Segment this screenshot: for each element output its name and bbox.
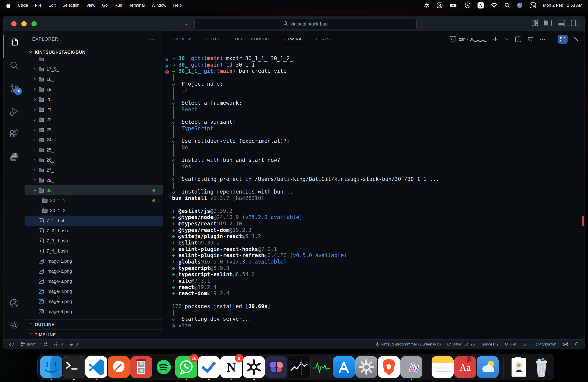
apple-icon[interactable] [5, 2, 14, 8]
control-center-icon[interactable] [530, 2, 536, 8]
launch-profile-icon[interactable] [504, 37, 509, 41]
menu-code[interactable]: Code [14, 3, 31, 8]
dock-dictionary-icon[interactable]: Aa [454, 356, 476, 378]
tree-item-26_[interactable]: 26_ [25, 155, 163, 165]
close-panel-icon[interactable] [573, 37, 579, 42]
menu-edit[interactable]: Edit [45, 3, 59, 8]
maximize-panel-icon[interactable] [558, 35, 567, 44]
kill-terminal-icon[interactable] [527, 36, 533, 42]
tree-item-7_4_.bash[interactable]: 7_4_.bash [25, 246, 163, 256]
status-utf-8[interactable]: UTF-8 [502, 340, 519, 349]
activity-search-icon[interactable] [3, 54, 25, 77]
tab-problems[interactable]: PROBLEMS [171, 31, 194, 47]
tree-item-17_5_[interactable]: 17_5_ [25, 64, 163, 74]
more-actions-icon[interactable]: ⋯ [149, 36, 156, 43]
tab-terminal[interactable]: TERMINAL [283, 31, 304, 47]
dock-whatsapp-icon[interactable]: 16 [175, 356, 197, 378]
status-branch[interactable]: main* [18, 340, 40, 349]
siri-icon[interactable] [517, 2, 523, 8]
tree-item-image-4.png[interactable]: image-4.png [25, 286, 163, 296]
customize-layout-icon[interactable] [531, 20, 539, 26]
tree-item-30_1_1_[interactable]: 30_1_1_ [25, 195, 163, 205]
dock-finder-icon[interactable] [40, 356, 62, 378]
dock-postman-icon[interactable] [108, 356, 130, 378]
dock-brave-icon[interactable] [378, 356, 400, 378]
menu-view[interactable]: View [83, 3, 99, 8]
toggle-panel-icon[interactable] [557, 20, 565, 26]
status-copilot-disabled[interactable] [560, 340, 571, 349]
status-remote[interactable] [6, 340, 18, 349]
more-actions-icon[interactable] [539, 38, 546, 40]
battery-icon[interactable] [449, 2, 458, 8]
tree-item[interactable] [25, 317, 163, 319]
status-sync[interactable] [40, 340, 51, 349]
section-outline[interactable]: OUTLINE [25, 319, 163, 329]
menu-terminal[interactable]: Terminal [126, 3, 148, 8]
status-spaces-2[interactable]: Spaces: 2 [478, 340, 502, 349]
status-markdown[interactable]: { } Markdown [530, 340, 560, 349]
wifi-icon[interactable] [491, 2, 498, 8]
activity-explorer-icon[interactable] [3, 31, 25, 54]
zoom-window-button[interactable] [31, 21, 37, 26]
tree-item-30_1_2_[interactable]: 30_1_2_ [25, 205, 163, 216]
dock-arc-icon[interactable]: Av [400, 356, 422, 378]
terminal-list-item[interactable]: zsh - 30_1_1_ [450, 36, 486, 43]
menu-selection[interactable]: Selection [59, 3, 83, 8]
dock-butterfly-icon[interactable] [265, 356, 287, 378]
nav-forward-icon[interactable]: → [182, 20, 189, 28]
dock-chatgpt-icon[interactable] [243, 356, 265, 378]
dock-system-settings-icon[interactable] [355, 356, 377, 378]
close-window-button[interactable] [11, 21, 17, 26]
section-timeline[interactable]: TIMELINE [25, 329, 163, 340]
menu-go[interactable]: Go [99, 3, 111, 8]
status-commit[interactable]: kintsugi-programmer (1 week ago) [372, 340, 444, 349]
activity-account-icon[interactable] [3, 292, 25, 314]
tree-item-image-5.png[interactable]: image-5.png [25, 296, 163, 306]
activity-source-control-icon[interactable]: 16 [3, 77, 25, 100]
tree-item-7_1_.bat[interactable]: 7_1_.bat [25, 216, 163, 226]
terminal-scrollbar-mark[interactable] [582, 216, 584, 226]
dock-app-store-icon[interactable] [333, 356, 355, 378]
dock-terminal-icon[interactable] [63, 356, 85, 378]
tree-item-21_[interactable]: 21_ [25, 104, 163, 115]
tab-debug-console[interactable]: DEBUG CONSOLE [235, 31, 271, 47]
notion-icon[interactable]: N [437, 2, 443, 8]
tree-item-image-1.png[interactable]: image-1.png [25, 256, 163, 266]
activity-extensions-icon[interactable] [3, 123, 25, 146]
new-terminal-icon[interactable] [492, 36, 498, 42]
dock-notes-icon[interactable] [432, 356, 454, 378]
activity-run-debug-icon[interactable] [3, 100, 25, 123]
tree-item-30_[interactable]: 30_ [25, 185, 163, 195]
tab-ports[interactable]: PORTS [316, 31, 330, 47]
nav-back-icon[interactable]: ← [169, 20, 176, 28]
tree-item-7_3_.bash[interactable]: 7_3_.bash [25, 236, 163, 246]
menu-clock[interactable]: Mon 2 Feb 2:53 AM [543, 3, 583, 8]
dock-photo-booth-icon[interactable] [130, 356, 152, 378]
menu-help[interactable]: Help [170, 3, 185, 8]
dock-vscode-icon[interactable] [85, 356, 107, 378]
status-warning[interactable]: 0 [66, 340, 81, 349]
dock-stocks-icon[interactable] [288, 356, 310, 378]
tree-item-29_[interactable]: 29_ [25, 175, 163, 185]
status-bell[interactable] [571, 340, 582, 349]
tab-output[interactable]: OUTPUT [206, 31, 223, 47]
activity-python-icon[interactable] [3, 146, 25, 169]
tree-item-image-2.png[interactable]: image-2.png [25, 266, 163, 276]
dock-spotify-icon[interactable] [153, 356, 175, 378]
activity-settings-icon[interactable] [3, 314, 25, 336]
dock-trash-icon[interactable] [530, 356, 552, 378]
status-ln-3494-col-25[interactable]: Ln 3494, Col 25 [444, 340, 478, 349]
dock-portrait-document-icon[interactable] [508, 356, 530, 378]
status-lf[interactable]: LF [519, 340, 530, 349]
dock-notion-icon[interactable]: N9 [220, 356, 242, 378]
dock-weather-icon[interactable] [477, 356, 499, 378]
tree-item-22_[interactable]: 22_ [25, 115, 163, 125]
tree-item-27_[interactable]: 27_ [25, 165, 163, 175]
menu-window[interactable]: Window [148, 3, 170, 8]
dock-ecg-icon[interactable] [310, 356, 332, 378]
split-terminal-icon[interactable] [515, 36, 521, 42]
minimize-window-button[interactable] [21, 21, 27, 26]
tree-item-image-3.png[interactable]: image-3.png [25, 276, 163, 286]
play-icon[interactable] [465, 2, 471, 8]
command-center-search[interactable]: kintsugi-stack-bun [194, 19, 417, 29]
